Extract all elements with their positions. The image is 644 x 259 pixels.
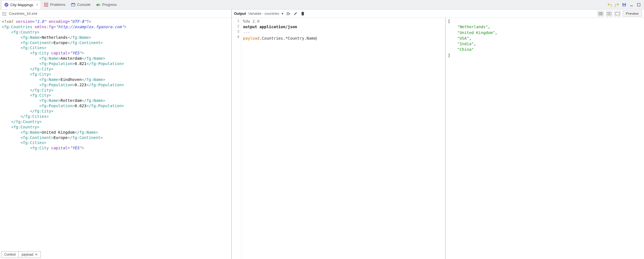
svg-rect-23 — [599, 12, 600, 15]
tab-label: City Mappings — [10, 3, 33, 7]
svg-rect-17 — [287, 12, 289, 13]
svg-rect-22 — [302, 12, 303, 12]
tree-list-icon — [2, 11, 7, 16]
svg-rect-18 — [287, 13, 289, 14]
svg-rect-14 — [4, 14, 6, 14]
preview-button[interactable]: Preview — [623, 11, 642, 16]
svg-rect-5 — [97, 4, 99, 6]
close-icon[interactable]: ✕ — [35, 253, 38, 256]
json-output: [ "Netherlands", "United Kingdom", "USA"… — [446, 18, 644, 259]
svg-rect-24 — [600, 12, 601, 15]
svg-rect-28 — [616, 12, 619, 15]
tab-progress[interactable]: Progress — [93, 0, 120, 9]
tab-console[interactable]: Console — [68, 0, 93, 9]
top-right-icons — [607, 2, 643, 7]
output-label: Output — [234, 11, 246, 16]
svg-rect-19 — [287, 15, 289, 15]
add-output-icon[interactable] — [286, 11, 291, 16]
svg-rect-10 — [637, 3, 640, 6]
svg-rect-7 — [623, 3, 625, 4]
svg-rect-13 — [3, 13, 3, 14]
line-gutter: 1234 — [232, 18, 241, 259]
output-panel: Output Variable - countries ▾ Preview 12… — [232, 9, 644, 259]
tab-problems[interactable]: Problems — [41, 0, 68, 9]
svg-rect-20 — [302, 13, 304, 15]
tab-context[interactable]: Context — [1, 251, 18, 258]
svg-rect-15 — [3, 15, 3, 16]
output-variable-name[interactable]: Variable - countries — [248, 11, 279, 16]
problems-icon — [44, 3, 48, 7]
save-icon[interactable] — [622, 2, 627, 7]
edit-icon[interactable] — [293, 11, 298, 16]
svg-rect-8 — [623, 5, 625, 6]
purple-check-icon — [4, 3, 9, 7]
tab-label: Console — [77, 3, 90, 7]
svg-rect-11 — [3, 12, 3, 13]
svg-rect-21 — [301, 12, 304, 13]
progress-icon — [96, 3, 101, 7]
input-panel: Countries_10.xml <?xml version="1.0" enc… — [0, 9, 232, 259]
svg-rect-25 — [602, 12, 603, 15]
svg-rect-3 — [71, 3, 75, 4]
tab-payload[interactable]: payload✕ — [18, 251, 40, 258]
redo-icon[interactable] — [614, 2, 619, 7]
view-single-icon[interactable] — [614, 11, 621, 16]
tab-label: Problems — [50, 3, 65, 7]
delete-icon[interactable] — [300, 11, 305, 16]
svg-rect-26 — [607, 12, 609, 15]
xml-editor[interactable]: <?xml version="1.0" encoding="UTF-8"?><f… — [0, 18, 231, 259]
input-filename: Countries_10.xml — [9, 11, 37, 16]
maximize-icon[interactable] — [636, 2, 641, 7]
input-header: Countries_10.xml — [0, 9, 231, 18]
svg-rect-12 — [4, 12, 6, 13]
svg-rect-16 — [4, 15, 6, 16]
svg-rect-27 — [609, 12, 611, 15]
view-split-icon[interactable] — [606, 11, 612, 16]
view-nn-icon[interactable] — [598, 11, 604, 16]
undo-icon[interactable] — [607, 2, 612, 7]
dataweave-editor[interactable]: 1234 %dw 2.0output application/json---pa… — [232, 18, 446, 259]
output-header: Output Variable - countries ▾ Preview — [232, 9, 644, 18]
svg-rect-9 — [630, 6, 633, 6]
top-tab-bar: City Mappings×ProblemsConsoleProgress — [0, 0, 644, 9]
close-icon[interactable]: × — [36, 3, 38, 7]
console-icon — [71, 3, 75, 7]
context-tabs: Context payload✕ — [1, 251, 41, 258]
chevron-down-icon[interactable]: ▾ — [282, 11, 283, 16]
minimize-icon[interactable] — [629, 2, 634, 7]
tab-city-mappings[interactable]: City Mappings× — [1, 0, 41, 9]
tab-label: Progress — [102, 3, 117, 7]
